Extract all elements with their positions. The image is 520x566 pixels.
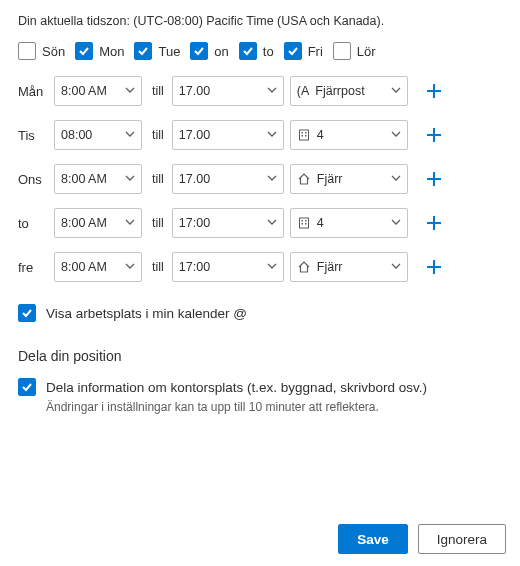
svg-rect-9 bbox=[305, 223, 307, 225]
add-slot-button[interactable] bbox=[422, 123, 446, 147]
home-icon bbox=[297, 172, 311, 186]
weekday-checkbox[interactable] bbox=[18, 42, 36, 60]
end-time-select[interactable]: 17:00 bbox=[172, 252, 284, 282]
location-value: Fjärrpost bbox=[315, 84, 385, 98]
weekday-option: to bbox=[239, 42, 274, 60]
share-location-option: Dela information om kontorsplats (t.ex. … bbox=[18, 378, 502, 414]
weekday-checkbox[interactable] bbox=[134, 42, 152, 60]
chevron-down-icon bbox=[125, 216, 135, 230]
weekday-checkbox[interactable] bbox=[284, 42, 302, 60]
weekday-option: on bbox=[190, 42, 228, 60]
cancel-button[interactable]: Ignorera bbox=[418, 524, 506, 554]
end-time-select[interactable]: 17.00 bbox=[172, 120, 284, 150]
share-location-checkbox[interactable] bbox=[18, 378, 36, 396]
chevron-down-icon bbox=[391, 172, 401, 186]
svg-rect-4 bbox=[305, 135, 307, 137]
chevron-down-icon bbox=[125, 84, 135, 98]
weekday-label: Tue bbox=[158, 44, 180, 59]
share-location-label: Dela information om kontorsplats (t.ex. … bbox=[46, 380, 427, 395]
weekday-checkbox[interactable] bbox=[333, 42, 351, 60]
weekday-option: Sön bbox=[18, 42, 65, 60]
chevron-down-icon bbox=[267, 128, 277, 142]
weekday-option: Tue bbox=[134, 42, 180, 60]
chevron-down-icon bbox=[125, 260, 135, 274]
location-select[interactable]: Fjärr bbox=[290, 164, 408, 194]
weekday-checkbox[interactable] bbox=[239, 42, 257, 60]
schedule-day-label: fre bbox=[18, 260, 48, 275]
add-slot-button[interactable] bbox=[422, 211, 446, 235]
weekday-row: SönMonTueontoFriLör bbox=[18, 42, 502, 60]
chevron-down-icon bbox=[391, 84, 401, 98]
to-label: till bbox=[152, 172, 164, 186]
schedule-row: fre8:00 AMtill17:00Fjärr bbox=[18, 252, 502, 282]
svg-rect-6 bbox=[301, 220, 303, 222]
dialog-footer: Save Ignorera bbox=[338, 524, 506, 554]
to-label: till bbox=[152, 260, 164, 274]
home-icon bbox=[297, 260, 311, 274]
weekday-option: Fri bbox=[284, 42, 323, 60]
schedule-row: to8:00 AMtill17:004 bbox=[18, 208, 502, 238]
location-select[interactable]: (AFjärrpost bbox=[290, 76, 408, 106]
location-prefix: (A bbox=[297, 84, 310, 98]
to-label: till bbox=[152, 216, 164, 230]
chevron-down-icon bbox=[267, 216, 277, 230]
svg-rect-5 bbox=[299, 218, 308, 228]
location-select[interactable]: Fjärr bbox=[290, 252, 408, 282]
add-slot-button[interactable] bbox=[422, 79, 446, 103]
chevron-down-icon bbox=[267, 172, 277, 186]
location-value: Fjärr bbox=[317, 260, 385, 274]
schedule-day-label: Ons bbox=[18, 172, 48, 187]
svg-rect-2 bbox=[305, 132, 307, 134]
svg-rect-8 bbox=[301, 223, 303, 225]
location-select[interactable]: 4 bbox=[290, 208, 408, 238]
location-value: 4 bbox=[317, 216, 385, 230]
add-slot-button[interactable] bbox=[422, 255, 446, 279]
end-time-value: 17.00 bbox=[179, 128, 210, 142]
weekday-label: Lör bbox=[357, 44, 376, 59]
end-time-select[interactable]: 17:00 bbox=[172, 208, 284, 238]
location-select[interactable]: 4 bbox=[290, 120, 408, 150]
end-time-select[interactable]: 17.00 bbox=[172, 164, 284, 194]
show-workplace-checkbox[interactable] bbox=[18, 304, 36, 322]
svg-rect-0 bbox=[299, 130, 308, 140]
timezone-text: Din aktuella tidszon: (UTC-08:00) Pacifi… bbox=[18, 14, 502, 28]
to-label: till bbox=[152, 84, 164, 98]
start-time-select[interactable]: 8:00 AM bbox=[54, 252, 142, 282]
start-time-select[interactable]: 8:00 AM bbox=[54, 76, 142, 106]
start-time-select[interactable]: 08:00 bbox=[54, 120, 142, 150]
chevron-down-icon bbox=[391, 260, 401, 274]
weekday-checkbox[interactable] bbox=[190, 42, 208, 60]
svg-rect-3 bbox=[301, 135, 303, 137]
weekday-label: Sön bbox=[42, 44, 65, 59]
share-location-helper: Ändringar i inställningar kan ta upp til… bbox=[46, 400, 502, 414]
location-value: 4 bbox=[317, 128, 385, 142]
building-icon bbox=[297, 128, 311, 142]
location-value: Fjärr bbox=[317, 172, 385, 186]
end-time-value: 17.00 bbox=[179, 84, 210, 98]
chevron-down-icon bbox=[267, 260, 277, 274]
chevron-down-icon bbox=[125, 172, 135, 186]
weekday-label: to bbox=[263, 44, 274, 59]
svg-rect-1 bbox=[301, 132, 303, 134]
weekday-checkbox[interactable] bbox=[75, 42, 93, 60]
weekday-label: Mon bbox=[99, 44, 124, 59]
save-button[interactable]: Save bbox=[338, 524, 408, 554]
weekday-option: Lör bbox=[333, 42, 376, 60]
chevron-down-icon bbox=[391, 128, 401, 142]
weekday-label: Fri bbox=[308, 44, 323, 59]
start-time-select[interactable]: 8:00 AM bbox=[54, 164, 142, 194]
weekday-option: Mon bbox=[75, 42, 124, 60]
start-time-value: 08:00 bbox=[61, 128, 92, 142]
show-workplace-option: Visa arbetsplats i min kalender @ bbox=[18, 304, 502, 322]
end-time-select[interactable]: 17.00 bbox=[172, 76, 284, 106]
start-time-value: 8:00 AM bbox=[61, 260, 107, 274]
add-slot-button[interactable] bbox=[422, 167, 446, 191]
show-workplace-label: Visa arbetsplats i min kalender @ bbox=[46, 306, 247, 321]
schedule-list: Mån8:00 AMtill17.00(AFjärrpostTis08:00ti… bbox=[18, 76, 502, 282]
weekday-label: on bbox=[214, 44, 228, 59]
start-time-value: 8:00 AM bbox=[61, 84, 107, 98]
building-icon bbox=[297, 216, 311, 230]
share-section-title: Dela din position bbox=[18, 348, 502, 364]
schedule-row: Ons8:00 AMtill17.00Fjärr bbox=[18, 164, 502, 194]
start-time-select[interactable]: 8:00 AM bbox=[54, 208, 142, 238]
